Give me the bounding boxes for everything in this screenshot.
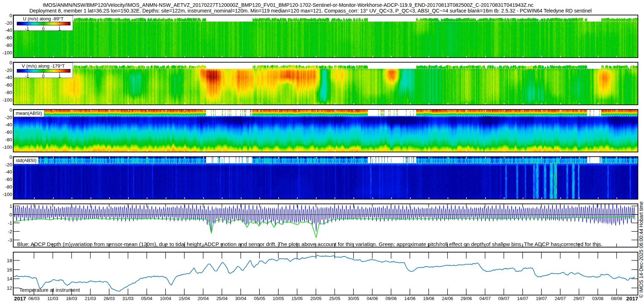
x-tick-label: 24/07 <box>555 296 566 301</box>
colorbar-tick <box>27 21 28 23</box>
depth-variation-note: Blue: ADCP Depth (m) variation from sens… <box>17 241 602 247</box>
x-tick-label: 09/06 <box>385 296 396 301</box>
x-tick-label: 25/04 <box>216 296 228 301</box>
y-tick-label-v_velocity: -100 <box>0 97 12 102</box>
panel-u-velocity: U (m/s) along -89°T -101 <box>13 15 638 58</box>
x-tick-label: 25/05 <box>329 296 340 301</box>
x-tick-label: 21/03 <box>85 296 96 301</box>
x-tick-label: 24/06 <box>442 296 453 301</box>
v-velocity-legend-title: V (m/s) along -179°T <box>14 63 73 69</box>
panel-mean-absi: mean(ABSI) <box>13 109 638 152</box>
y-tick-label-depth-variation: 1 <box>0 203 12 209</box>
x-tick-label: 04/07 <box>479 296 491 301</box>
y-tick-label-mean_absi: 0 <box>0 107 12 113</box>
x-tick-label: 20/04 <box>197 296 209 301</box>
x-tick-label: 30/04 <box>235 296 246 301</box>
colorbar-tick <box>43 69 44 70</box>
x-tick-label: 19/07 <box>536 296 547 301</box>
y-tick-label-temperature: 14 <box>0 276 12 281</box>
colorbar-tick <box>27 69 28 70</box>
u-velocity-legend-title: U (m/s) along -89°T <box>14 16 73 21</box>
y-tick-label-mean_absi: -60 <box>0 129 12 135</box>
u-velocity-colorbar: -101 <box>17 22 70 25</box>
y-tick-label-std_absi: -20 <box>0 162 12 167</box>
y-tick-label-v_velocity: 0 <box>0 60 12 65</box>
watermark-vertical: © IMOS 14-Dec-2025 06:00:44 Hobart time <box>638 201 644 298</box>
x-year-label-end: 2017 <box>626 295 638 301</box>
y-tick-label-std_absi: 0 <box>0 155 12 160</box>
u-velocity-legend: U (m/s) along -89°T -101 <box>14 15 73 31</box>
mean-absi-label: mean(ABSI) <box>14 110 44 117</box>
temperature-label: Temperature at instrument <box>19 287 80 293</box>
x-tick-label: 30/05 <box>348 296 359 301</box>
y-tick-label-mean_absi: -100 <box>0 144 12 149</box>
y-tick-label-u_velocity: -40 <box>0 28 12 33</box>
x-tick-label: 10/04 <box>160 296 171 301</box>
colorbar-tick-label: 1 <box>58 74 61 79</box>
x-tick-label: 04/06 <box>367 296 378 301</box>
x-tick-label: 05/04 <box>141 296 152 301</box>
panel-temperature: Temperature at instrument <box>13 252 638 295</box>
y-tick-label-std_absi: -80 <box>0 184 12 189</box>
std-absi-heatmap-canvas <box>14 157 638 199</box>
colorbar-tick <box>43 21 44 23</box>
y-tick-label-temperature: 12 <box>0 285 12 291</box>
colorbar-tick-label: 1 <box>58 26 61 31</box>
panel-depth-variation: Blue: ADCP Depth (m) variation from sens… <box>13 204 638 247</box>
x-tick-label: 19/06 <box>423 296 434 301</box>
y-tick-label-std_absi: -100 <box>0 191 12 197</box>
panel-v-velocity: V (m/s) along -179°T -101 <box>13 62 638 105</box>
y-tick-label-depth-variation: -2 <box>0 229 12 234</box>
figure-root: IMOS/ANMN/NSW/BMP120/Velocity/IMOS_ANMN-… <box>0 0 644 304</box>
panel-std-absi: std(ABSI) <box>13 156 638 200</box>
v-velocity-legend: V (m/s) along -179°T -101 <box>14 63 73 78</box>
x-tick-label: 15/05 <box>292 296 303 301</box>
temperature-canvas <box>14 252 638 295</box>
x-tick-label: 05/05 <box>254 296 265 301</box>
u-velocity-colorbar-canvas <box>17 22 70 25</box>
x-tick-label: 14/06 <box>404 296 415 301</box>
x-tick-label: 29/07 <box>574 296 585 301</box>
x-tick-label: 16/03 <box>66 296 77 301</box>
y-tick-label-v_velocity: -20 <box>0 67 12 73</box>
colorbar-tick-label: -1 <box>25 74 29 79</box>
y-tick-label-depth-variation: 0 <box>0 212 12 217</box>
x-tick-label: 06/03 <box>28 296 39 301</box>
v-velocity-colorbar-canvas <box>17 69 70 73</box>
u-velocity-heatmap-canvas <box>14 15 638 57</box>
y-tick-label-u_velocity: -100 <box>0 50 12 55</box>
y-tick-label-v_velocity: -80 <box>0 89 12 95</box>
colorbar-tick-label: 0 <box>42 74 45 79</box>
y-tick-label-std_absi: -40 <box>0 169 12 175</box>
y-tick-label-mean_absi: -20 <box>0 114 12 120</box>
x-tick-label: 03/08 <box>592 296 603 301</box>
y-tick-label-v_velocity: -40 <box>0 75 12 80</box>
y-tick-label-u_velocity: -80 <box>0 42 12 48</box>
x-tick-label: 29/06 <box>461 296 472 301</box>
y-tick-label-temperature: 16 <box>0 267 12 272</box>
v-velocity-colorbar: -101 <box>17 69 70 72</box>
y-tick-label-mean_absi: -80 <box>0 137 12 142</box>
y-tick-label-u_velocity: 0 <box>0 13 12 18</box>
y-tick-label-temperature: 18 <box>0 258 12 263</box>
mean-absi-heatmap-canvas <box>14 110 638 152</box>
x-tick-label: 20/05 <box>310 296 321 301</box>
y-tick-label-std_absi: -60 <box>0 177 12 182</box>
colorbar-tick-label: -1 <box>25 26 29 31</box>
y-tick-label-mean_absi: -40 <box>0 122 12 127</box>
y-tick-label-depth-variation: -1 <box>0 220 12 226</box>
y-tick-label-u_velocity: -60 <box>0 35 12 40</box>
colorbar-tick <box>59 69 60 70</box>
x-tick-label: 26/03 <box>103 296 114 301</box>
colorbar-tick <box>59 21 60 23</box>
title-line2: Deployment 8, member 1 lat=36.2S lon=150… <box>29 8 591 14</box>
colorbar-tick-label: 0 <box>42 26 45 31</box>
x-tick-label: 09/07 <box>498 296 509 301</box>
x-tick-label: 08/08 <box>611 296 622 301</box>
y-tick-label-v_velocity: -60 <box>0 82 12 88</box>
x-tick-label: 11/03 <box>47 296 58 301</box>
y-tick-label-u_velocity: -20 <box>0 20 12 25</box>
x-tick-label: 10/05 <box>273 296 284 301</box>
x-tick-label: 15/04 <box>179 296 190 301</box>
x-tick-label: 14/07 <box>517 296 528 301</box>
